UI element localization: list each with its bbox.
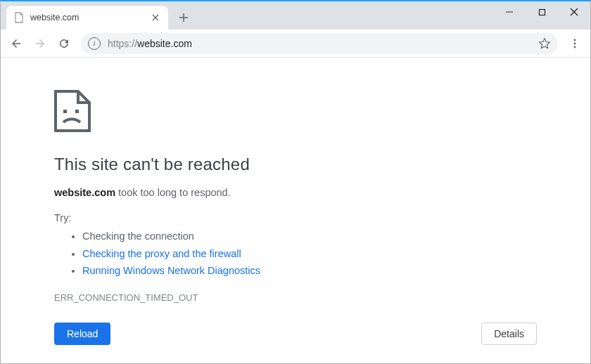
- file-icon: [13, 12, 25, 23]
- url-text: https://website.com: [108, 38, 538, 49]
- toolbar: i https://website.com: [1, 30, 590, 58]
- svg-point-10: [574, 46, 576, 48]
- sad-file-icon: [54, 90, 537, 135]
- svg-rect-12: [75, 110, 79, 113]
- address-bar[interactable]: i https://website.com: [81, 33, 558, 54]
- svg-point-8: [574, 39, 576, 41]
- error-code: ERR_CONNECTION_TIMED_OUT: [54, 292, 537, 303]
- error-message-rest: took too long to respond.: [115, 187, 231, 198]
- error-host: website.com: [54, 187, 115, 198]
- url-host: website.com: [137, 38, 192, 49]
- reload-toolbar-button[interactable]: [53, 32, 75, 55]
- browser-tab[interactable]: website.com: [6, 6, 168, 30]
- bookmark-star-icon[interactable]: [538, 37, 551, 50]
- suggestion-link[interactable]: Checking the proxy and the firewall: [82, 245, 537, 263]
- error-heading: This site can't be reached: [54, 155, 537, 174]
- try-label: Try:: [54, 212, 537, 223]
- svg-rect-1: [539, 9, 545, 15]
- details-button[interactable]: Details: [481, 323, 537, 345]
- error-message: website.com took too long to respond.: [54, 187, 537, 198]
- maximize-button[interactable]: [526, 1, 558, 22]
- svg-point-9: [574, 42, 576, 44]
- url-scheme: https://: [108, 38, 137, 49]
- close-tab-button[interactable]: [150, 12, 161, 23]
- close-window-button[interactable]: [558, 1, 590, 22]
- error-page: This site can't be reached website.com t…: [1, 58, 590, 363]
- reload-button[interactable]: Reload: [54, 323, 110, 345]
- button-row: Reload Details: [54, 323, 537, 345]
- minimize-button[interactable]: [493, 1, 526, 22]
- svg-rect-11: [63, 110, 67, 113]
- suggestions-list: Checking the connection Checking the pro…: [54, 228, 537, 280]
- browser-menu-button[interactable]: [564, 32, 586, 55]
- back-button[interactable]: [5, 32, 27, 55]
- window-controls: [493, 1, 590, 22]
- suggestion-item: Checking the connection: [82, 228, 537, 245]
- suggestion-link[interactable]: Running Windows Network Diagnostics: [82, 262, 537, 280]
- browser-window: website.com i https://website.com: [0, 0, 591, 364]
- new-tab-button[interactable]: [174, 8, 193, 27]
- forward-button[interactable]: [29, 32, 51, 55]
- site-info-icon[interactable]: i: [88, 37, 101, 50]
- tab-title: website.com: [30, 13, 150, 22]
